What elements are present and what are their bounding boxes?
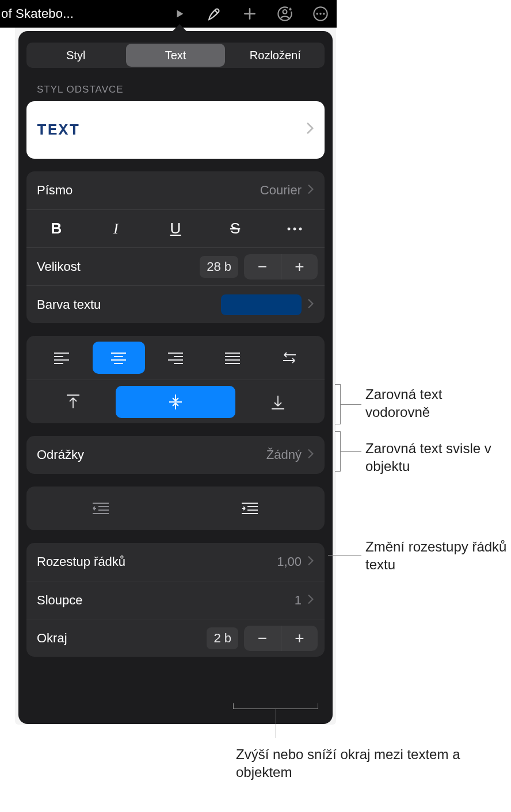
size-value[interactable]: 28 b [200,256,238,278]
indent-group [26,487,325,530]
svg-point-8 [293,227,296,230]
columns-row[interactable]: Sloupce 1 [26,581,325,619]
chevron-right-icon [306,121,314,139]
chevron-right-icon [307,593,314,608]
align-justify-button[interactable] [206,342,258,374]
callout-v-align: Zarovná text svisle v objektu [365,439,504,475]
margin-value[interactable]: 2 b [207,627,238,649]
margin-decrease-button[interactable]: − [244,626,281,651]
align-right-button[interactable] [150,342,202,374]
callout-margin: Zvýší nebo sníží okraj mezi textem a obj… [236,745,501,781]
svg-point-1 [283,10,287,14]
panel-tabs: Styl Text Rozložení [26,43,325,68]
size-row: Velikost 28 b − + [26,247,325,285]
margin-increase-button[interactable]: + [281,626,318,651]
collaborate-icon[interactable] [277,6,293,22]
strikethrough-button[interactable]: S [205,210,265,247]
vertical-align-row [26,380,325,423]
size-decrease-button[interactable]: − [244,254,281,279]
chevron-right-icon [307,183,314,198]
svg-point-4 [316,13,318,15]
margin-row: Okraj 2 b − + [26,619,325,657]
bullets-group: Odrážky Žádný [26,436,325,474]
columns-label: Sloupce [37,593,83,608]
italic-button[interactable]: I [86,210,146,247]
bullets-row[interactable]: Odrážky Žádný [26,436,325,474]
size-label: Velikost [37,259,81,274]
svg-point-7 [288,227,291,230]
chevron-right-icon [307,297,314,312]
callout-line-gap: Změní rozestupy řádků textu [365,538,509,573]
callout-line [341,451,361,452]
text-color-label: Barva textu [37,297,101,312]
more-icon[interactable] [312,6,329,22]
decrease-indent-button[interactable] [26,487,176,530]
callout-bracket [233,703,318,709]
columns-value: 1 [295,593,302,608]
horizontal-align-row [26,336,325,380]
plus-icon[interactable] [242,6,257,21]
svg-point-5 [319,13,322,15]
text-direction-button[interactable] [263,342,315,374]
line-spacing-value: 1,00 [277,554,302,569]
paragraph-style-label: STYL ODSTAVCE [37,84,325,95]
align-top-button[interactable] [36,386,111,418]
text-color-row[interactable]: Barva textu [26,285,325,323]
callout-h-align: Zarovná text vodorovně [365,385,504,421]
panel-backdrop: Styl Text Rozložení STYL ODSTAVCE TEXT P… [15,28,336,725]
size-increase-button[interactable]: + [281,254,318,279]
document-title: of Skatebo... [0,6,74,21]
underline-button[interactable]: U [146,210,205,247]
line-spacing-label: Rozestup řádků [37,554,125,569]
align-center-button[interactable] [93,342,145,374]
chevron-right-icon [307,447,314,462]
svg-point-9 [299,227,302,230]
bullets-value: Žádný [266,447,302,462]
align-middle-button[interactable] [116,386,236,418]
tab-style[interactable]: Styl [26,43,125,68]
size-stepper: − + [244,254,318,279]
chevron-right-icon [307,554,314,569]
font-value: Courier [260,183,302,198]
tab-text[interactable]: Text [126,44,224,67]
callout-bracket [335,384,341,424]
paragraph-style-selector[interactable]: TEXT [26,101,325,159]
font-label: Písmo [37,183,73,198]
callout-line [341,404,361,405]
bold-button[interactable]: B [26,210,86,247]
toolbar-icons [173,5,337,22]
callout-line [328,555,361,556]
app-toolbar: of Skatebo... [0,0,337,28]
callout-bracket [335,431,341,472]
font-group: Písmo Courier B I U S Velikost 28 b − + … [26,171,325,323]
more-format-button[interactable] [265,210,325,247]
alignment-group [26,336,325,423]
font-row[interactable]: Písmo Courier [26,171,325,209]
svg-point-6 [323,13,325,15]
margin-label: Okraj [37,631,67,646]
text-color-swatch[interactable] [221,294,302,315]
increase-indent-button[interactable] [176,487,325,530]
align-bottom-button[interactable] [240,386,315,418]
line-spacing-row[interactable]: Rozestup řádků 1,00 [26,543,325,581]
align-left-button[interactable] [36,342,88,374]
callout-line [276,709,276,738]
bullets-label: Odrážky [37,447,84,462]
play-icon[interactable] [173,7,186,20]
text-format-row: B I U S [26,209,325,247]
format-panel: Styl Text Rozložení STYL ODSTAVCE TEXT P… [18,31,333,724]
tab-layout[interactable]: Rozložení [226,43,325,68]
spacing-group: Rozestup řádků 1,00 Sloupce 1 Okraj 2 b … [26,543,325,657]
format-brush-icon[interactable] [205,5,223,22]
paragraph-style-value: TEXT [37,121,80,139]
margin-stepper: − + [244,626,318,651]
